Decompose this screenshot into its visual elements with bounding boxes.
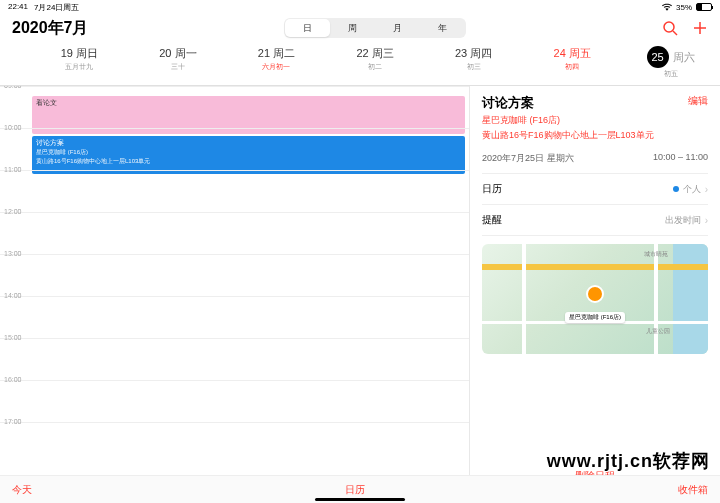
battery-percent: 35% bbox=[676, 3, 692, 12]
day-fri-today[interactable]: 24 周五初四 bbox=[523, 46, 622, 79]
inbox-button[interactable]: 收件箱 bbox=[678, 483, 708, 497]
edit-button[interactable]: 编辑 bbox=[688, 94, 708, 108]
hour-row: 09:00 bbox=[0, 86, 469, 128]
detail-datetime: 2020年7月25日 星期六 10:00 – 11:00 bbox=[482, 152, 708, 174]
home-indicator[interactable] bbox=[315, 498, 405, 501]
svg-line-1 bbox=[673, 31, 677, 35]
hour-row: 15:00 bbox=[0, 338, 469, 380]
day-mon[interactable]: 20 周一三十 bbox=[129, 46, 228, 79]
battery-icon bbox=[696, 3, 712, 11]
hour-row: 14:00 bbox=[0, 296, 469, 338]
map-preview[interactable]: 城市晴苑 儿童公园 星巴克咖啡 (F16店) bbox=[482, 244, 708, 354]
day-thu[interactable]: 23 周四初三 bbox=[424, 46, 523, 79]
status-time: 22:41 bbox=[8, 2, 28, 13]
status-date: 7月24日周五 bbox=[34, 2, 79, 13]
map-pin-label: 星巴克咖啡 (F16店) bbox=[565, 312, 625, 323]
search-icon[interactable] bbox=[662, 20, 678, 36]
hour-row: 12:00 bbox=[0, 212, 469, 254]
add-icon[interactable] bbox=[692, 20, 708, 36]
seg-year[interactable]: 年 bbox=[420, 19, 465, 37]
day-tue[interactable]: 21 周二六月初一 bbox=[227, 46, 326, 79]
detail-location-addr: 黄山路16号F16购物中心地上一层L103单元 bbox=[482, 129, 708, 142]
main-content: 看论文 讨论方案 星巴克咖啡 (F16店) 黄山路16号F16购物中心地上一层L… bbox=[0, 86, 720, 499]
day-sun[interactable]: 19 周日五月廿九 bbox=[30, 46, 129, 79]
seg-week[interactable]: 周 bbox=[330, 19, 375, 37]
timeline[interactable]: 看论文 讨论方案 星巴克咖啡 (F16店) 黄山路16号F16购物中心地上一层L… bbox=[0, 86, 470, 499]
week-header: 19 周日五月廿九 20 周一三十 21 周二六月初一 22 周三初二 23 周… bbox=[0, 42, 720, 86]
detail-title: 讨论方案 bbox=[482, 94, 534, 112]
day-sat-selected[interactable]: 25 周六初五 bbox=[621, 46, 720, 79]
seg-month[interactable]: 月 bbox=[375, 19, 420, 37]
calendars-button[interactable]: 日历 bbox=[32, 483, 678, 497]
calendar-row[interactable]: 日历 个人› bbox=[482, 174, 708, 205]
event-detail-panel: 讨论方案 编辑 星巴克咖啡 (F16店) 黄山路16号F16购物中心地上一层L1… bbox=[470, 86, 720, 499]
today-button[interactable]: 今天 bbox=[12, 483, 32, 497]
chevron-right-icon: › bbox=[705, 184, 708, 195]
hour-row: 11:00 bbox=[0, 170, 469, 212]
alert-row[interactable]: 提醒 出发时间› bbox=[482, 205, 708, 236]
view-segmented-control: 日 周 月 年 bbox=[284, 18, 466, 38]
seg-day[interactable]: 日 bbox=[285, 19, 330, 37]
wifi-icon bbox=[662, 3, 672, 11]
header: 2020年7月 日 周 月 年 bbox=[0, 14, 720, 42]
hour-row: 10:00 bbox=[0, 128, 469, 170]
watermark: www.rjtj.cn软荐网 bbox=[547, 449, 710, 473]
svg-point-0 bbox=[664, 22, 674, 32]
hour-row: 16:00 bbox=[0, 380, 469, 422]
hour-row: 13:00 bbox=[0, 254, 469, 296]
hour-row: 17:00 bbox=[0, 422, 469, 464]
status-bar: 22:41 7月24日周五 35% bbox=[0, 0, 720, 14]
calendar-dot-icon bbox=[673, 186, 679, 192]
map-pin-icon bbox=[586, 285, 604, 303]
chevron-right-icon: › bbox=[705, 215, 708, 226]
detail-location-name: 星巴克咖啡 (F16店) bbox=[482, 114, 708, 127]
day-wed[interactable]: 22 周三初二 bbox=[326, 46, 425, 79]
month-title[interactable]: 2020年7月 bbox=[12, 18, 89, 39]
